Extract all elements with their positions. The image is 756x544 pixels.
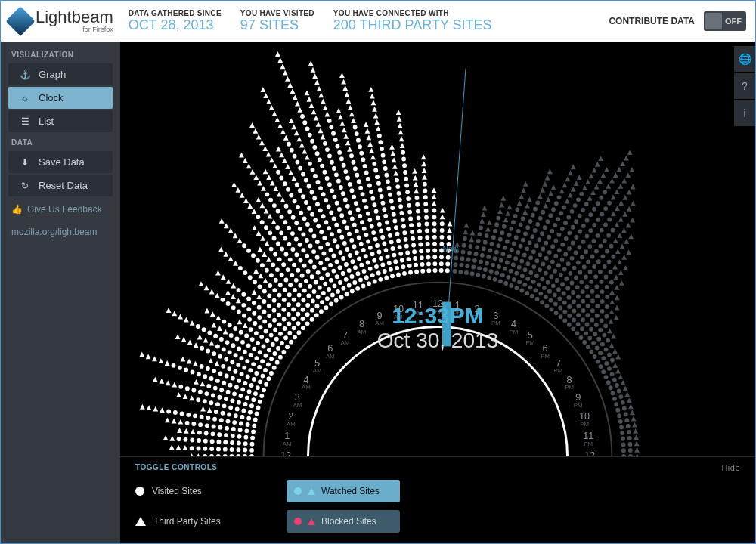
svg-point-841 bbox=[525, 225, 530, 230]
svg-point-319 bbox=[305, 312, 310, 317]
svg-point-780 bbox=[476, 239, 481, 243]
svg-point-384 bbox=[299, 258, 303, 263]
svg-point-1106 bbox=[618, 419, 623, 424]
svg-point-328 bbox=[265, 268, 269, 273]
svg-point-634 bbox=[355, 131, 359, 136]
svg-point-565 bbox=[323, 141, 327, 146]
svg-point-456 bbox=[332, 254, 336, 258]
svg-point-718 bbox=[417, 215, 421, 220]
svg-point-213 bbox=[260, 359, 265, 363]
svg-point-501 bbox=[342, 241, 347, 246]
svg-point-1036 bbox=[572, 318, 576, 323]
svg-point-364 bbox=[300, 274, 305, 278]
globe-icon[interactable]: 🌐 bbox=[734, 46, 755, 72]
info-icon[interactable]: i bbox=[734, 100, 755, 126]
svg-point-533 bbox=[322, 170, 327, 175]
hide-controls-button[interactable]: Hide bbox=[721, 463, 740, 472]
svg-point-767 bbox=[461, 250, 466, 255]
svg-point-667 bbox=[387, 186, 392, 190]
svg-point-820 bbox=[515, 208, 519, 212]
svg-point-91 bbox=[251, 430, 256, 434]
nav-item-reset-data[interactable]: ↻Reset Data bbox=[8, 175, 113, 196]
svg-point-858 bbox=[541, 210, 545, 215]
svg-point-877 bbox=[525, 277, 530, 281]
blocked-sites-button[interactable]: Blocked Sites bbox=[287, 510, 400, 533]
svg-point-962 bbox=[603, 206, 608, 211]
svg-point-442 bbox=[299, 211, 303, 215]
svg-point-279 bbox=[272, 318, 277, 323]
svg-point-609 bbox=[353, 166, 358, 171]
svg-point-895 bbox=[541, 262, 545, 267]
svg-point-113 bbox=[180, 411, 184, 416]
svg-point-409 bbox=[268, 198, 273, 202]
svg-point-359 bbox=[320, 300, 324, 304]
svg-point-1022 bbox=[607, 259, 612, 264]
svg-point-623 bbox=[372, 202, 376, 207]
svg-point-932 bbox=[560, 258, 565, 262]
svg-point-471 bbox=[350, 274, 355, 279]
svg-point-331 bbox=[251, 253, 256, 258]
svg-point-878 bbox=[528, 270, 533, 275]
mozilla-link[interactable]: mozilla.org/lightbeam bbox=[1, 221, 120, 243]
svg-point-814 bbox=[503, 246, 507, 250]
svg-point-278 bbox=[277, 322, 282, 326]
svg-point-1108 bbox=[619, 425, 624, 430]
svg-point-106 bbox=[226, 419, 231, 424]
feedback-link[interactable]: 👍 Give Us Feedback bbox=[1, 198, 120, 221]
svg-point-919 bbox=[567, 230, 572, 235]
svg-point-127 bbox=[228, 405, 233, 410]
svg-point-585 bbox=[339, 156, 344, 161]
nav-item-save-data[interactable]: ⬇Save Data bbox=[8, 151, 113, 173]
svg-point-1058 bbox=[600, 309, 605, 314]
svg-point-690 bbox=[395, 178, 399, 182]
watched-sites-button[interactable]: Watched Sites bbox=[287, 480, 400, 502]
svg-point-1042 bbox=[600, 289, 604, 294]
svg-point-203 bbox=[257, 365, 262, 369]
svg-point-672 bbox=[381, 153, 386, 158]
svg-point-645 bbox=[383, 214, 388, 218]
contribute-toggle[interactable]: OFF bbox=[704, 11, 746, 31]
svg-point-577 bbox=[356, 208, 361, 212]
svg-point-799 bbox=[496, 216, 500, 221]
svg-point-74 bbox=[223, 440, 228, 444]
svg-point-574 bbox=[362, 227, 367, 231]
triangle-icon bbox=[135, 517, 146, 526]
clock-viz: 12AM1AM2AM3AM4AM5AM6AM7AM8AM9AM10AM11AM1… bbox=[120, 42, 755, 456]
svg-point-1001 bbox=[571, 290, 575, 295]
svg-point-916 bbox=[557, 248, 562, 252]
svg-point-64 bbox=[223, 447, 228, 452]
svg-point-221 bbox=[213, 334, 218, 338]
svg-point-159 bbox=[234, 385, 239, 390]
svg-point-485 bbox=[309, 190, 314, 194]
svg-point-1084 bbox=[607, 353, 612, 357]
nav-item-clock[interactable]: ☼Clock bbox=[8, 87, 113, 109]
svg-point-470 bbox=[352, 280, 357, 285]
svg-point-236 bbox=[267, 348, 271, 352]
svg-point-78 bbox=[197, 438, 201, 443]
svg-point-523 bbox=[347, 232, 352, 236]
svg-point-889 bbox=[562, 205, 566, 209]
svg-point-709 bbox=[401, 150, 405, 155]
svg-point-651 bbox=[375, 175, 380, 179]
help-icon[interactable]: ? bbox=[734, 73, 755, 99]
svg-point-742 bbox=[432, 228, 437, 233]
svg-point-1072 bbox=[591, 341, 596, 345]
svg-point-939 bbox=[585, 218, 590, 223]
svg-point-273 bbox=[246, 307, 251, 311]
nav-item-list[interactable]: ☰List bbox=[8, 110, 113, 132]
legend-visited[interactable]: Visited Sites bbox=[135, 486, 241, 496]
svg-point-946 bbox=[544, 295, 548, 299]
svg-point-118 bbox=[240, 415, 245, 419]
nav-item-graph[interactable]: ⚓Graph bbox=[8, 63, 113, 85]
svg-point-312 bbox=[291, 308, 296, 312]
svg-point-739 bbox=[432, 249, 437, 253]
svg-point-204 bbox=[251, 362, 256, 366]
svg-point-951 bbox=[562, 267, 567, 272]
svg-point-460 bbox=[319, 230, 324, 234]
svg-point-254 bbox=[274, 337, 279, 342]
svg-text:PM: PM bbox=[584, 440, 593, 447]
svg-point-952 bbox=[566, 261, 571, 266]
legend-thirdparty[interactable]: Third Party Sites bbox=[135, 516, 241, 527]
svg-point-985 bbox=[565, 286, 570, 290]
svg-point-687 bbox=[398, 198, 402, 202]
